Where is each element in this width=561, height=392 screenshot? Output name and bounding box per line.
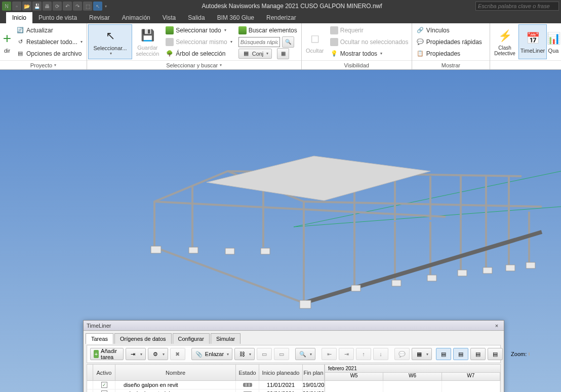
propiedades-button[interactable]: 📋Propiedades [413,48,485,59]
print-icon[interactable]: 🖶 [43,2,52,11]
col-estado[interactable]: Estado [236,365,259,380]
select-icon[interactable]: ⬚ [83,2,92,11]
seleccionar-todo-button[interactable]: Seleccionar todo▾ [163,24,235,36]
guardar-seleccion-button[interactable]: 💾 Guardar selección [132,24,163,59]
seleccionar-todo-label: Seleccionar todo [176,27,221,34]
undo-icon[interactable]: ↶ [63,2,72,11]
movedown-button[interactable]: ↓ [373,348,388,360]
ocultar-button[interactable]: ◻ Ocultar [303,24,327,59]
timeliner-button[interactable]: 📅 TimeLiner [518,24,547,59]
prop-label: Propiedades [426,50,460,57]
restablecer-button[interactable]: ↺Restablecer todo...▾ [13,36,86,48]
col-activo[interactable]: Activo [93,365,115,380]
delete-task-button[interactable]: ✖ [170,348,185,360]
group-visibilidad-label: Visibilidad [302,60,412,69]
conj-aux-button[interactable]: ▦ [277,48,289,59]
col-nombre[interactable]: Nombre [115,365,236,380]
inicio-cell: 20/01/2021 [259,389,303,392]
redo-icon[interactable]: ↷ [73,2,82,11]
tab-vista[interactable]: Vista [156,12,182,23]
chevron-down-icon: ▾ [310,352,312,357]
table-row[interactable]: ✓calculo de materiales20/01/202120/01/20 [87,389,325,392]
checkbox[interactable]: ✓ [101,382,107,388]
tab-salida[interactable]: Salida [182,12,211,23]
viewport-3d[interactable]: TimeLiner × Tareas Orígenes de datos Con… [0,70,561,392]
insert-icon: ⇥ [129,350,137,358]
vinculos-button[interactable]: 🔗Vínculos [413,24,485,36]
new-icon[interactable]: ▫ [12,2,21,11]
tab-animacion[interactable]: Animación [116,12,156,23]
tab-tareas[interactable]: Tareas [86,333,113,344]
insert-task-button[interactable]: ⇥▾ [126,348,146,360]
buscar-elementos-button[interactable]: Buscar elementos [235,24,300,36]
seleccionar-mismo-button[interactable]: Seleccionar mismo▾ [163,36,235,48]
moveup-button[interactable]: ↑ [356,348,371,360]
pointer-icon[interactable]: ↖ [93,2,102,11]
search-go-button[interactable]: 🔍 [282,36,294,48]
anadir-button[interactable]: + dir [1,24,13,59]
quick-search-input[interactable] [238,37,280,47]
tb-btn-2[interactable]: ▭ [274,348,289,360]
auto-add-button[interactable]: ⚙▾ [148,348,168,360]
app-menu-icon[interactable]: N [2,2,11,11]
qua-label: Qua [548,48,559,54]
prop-rapidas-button[interactable]: 💬Propiedades rápidas [413,36,485,48]
requerir-button[interactable]: Requerir [327,24,412,36]
actualizar-button[interactable]: 🔄Actualizar [13,24,86,36]
clash-button[interactable]: ⚡ Clash Detective [491,24,518,59]
close-button[interactable]: × [493,323,501,329]
anadir-tarea-label: Añadir tarea [101,348,120,360]
tab-renderizar[interactable]: Renderizar [260,12,302,23]
tab-inicio[interactable]: Inicio [6,12,32,23]
ocultar-no-label: Ocultar no seleccionados [340,38,409,46]
ocultar-no-sel-button[interactable]: Ocultar no seleccionados [327,36,412,48]
indent-icon: ⇤ [325,350,333,358]
tab-punto-de-vista[interactable]: Punto de vista [32,12,83,23]
save-icon[interactable]: 💾 [32,2,42,11]
tb-btn-1[interactable]: ▭ [257,348,272,360]
mostrar-todos-button[interactable]: 💡Mostrar todos▾ [327,48,412,59]
tab-origenes[interactable]: Orígenes de datos [114,333,172,344]
seleccionar-label: Seleccionar... [94,45,127,51]
open-icon[interactable]: 📂 [22,2,31,11]
zoom-slider[interactable] [529,352,530,356]
clash-icon: ⚡ [497,28,513,44]
conj-button[interactable]: ▦Conj▾ [238,49,272,59]
view-actual-button[interactable]: ▤ [470,348,486,360]
tab-simular[interactable]: Simular [211,333,241,344]
opciones-button[interactable]: ▤Opciones de archivo [13,48,86,59]
view-combined-button[interactable]: ▤ [488,348,503,360]
comment-button[interactable]: 💬 [394,348,410,360]
tab-bim360[interactable]: BIM 360 Glue [211,12,260,23]
anadir-tarea-button[interactable]: +Añadir tarea [90,348,124,360]
arbol-seleccion-button[interactable]: 🌳Árbol de selección [163,48,235,59]
timeliner-titlebar[interactable]: TimeLiner × [84,321,504,331]
task-rows: ✓diseño galpon en revit11/01/202119/01/2… [87,381,325,392]
ribbon: + dir 🔄Actualizar ↺Restablecer todo...▾ … [0,23,561,70]
require-icon [330,26,338,34]
detach-button[interactable]: ⛓▾ [234,348,255,360]
qat-dropdown-icon[interactable]: ▾ [103,4,108,9]
col-inicio[interactable]: Inicio planeado [259,365,303,380]
view-planned-button[interactable]: ▤ [453,348,468,360]
gantt-chart[interactable] [325,381,500,392]
enlazar-button[interactable]: 📎Enlazar▾ [191,348,232,360]
find-button[interactable]: 🔍▾ [295,348,315,360]
quantification-button[interactable]: 📊 Qua [547,24,560,59]
view-gantt-button[interactable]: ▤ [436,348,451,360]
planned-icon: ▤ [457,350,465,358]
refresh-icon[interactable]: ⟳ [53,2,62,11]
tab-configurar[interactable]: Configurar [173,333,210,344]
outdent-button[interactable]: ⇥ [339,348,354,360]
timeliner-label: TimeLiner [520,48,545,54]
chevron-down-icon: ▾ [81,40,83,44]
timeliner-icon: 📅 [525,30,541,47]
tab-revisar[interactable]: Revisar [83,12,116,23]
indent-button[interactable]: ⇤ [322,348,337,360]
seleccionar-button[interactable]: ↖ Seleccionar... ▾ [88,24,133,59]
help-search-input[interactable] [475,2,559,11]
col-fin[interactable]: Fin plan [303,365,325,380]
columns-button[interactable]: ▦▾ [412,348,432,360]
table-row[interactable]: ✓diseño galpon en revit11/01/202119/01/2… [87,381,325,389]
chevron-down-icon: ▾ [224,28,226,32]
